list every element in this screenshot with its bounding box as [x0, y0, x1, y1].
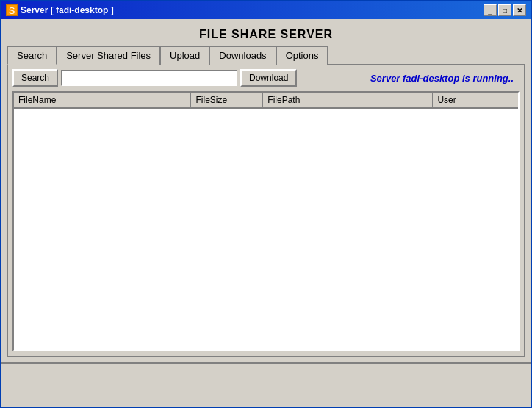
tab-server-shared-files[interactable]: Server Shared Files: [57, 46, 160, 65]
window-icon: S: [6, 4, 18, 16]
tab-bar: Search Server Shared Files Upload Downlo…: [4, 46, 528, 64]
title-buttons: _ □ ✕: [484, 4, 526, 16]
main-window: S Server [ fadi-desktop ] _ □ ✕ FILE SHA…: [0, 0, 532, 408]
maximize-button[interactable]: □: [498, 4, 511, 16]
table-header-row: FileName FileSize FilePath User: [14, 93, 518, 108]
results-table: FileName FileSize FilePath User: [14, 93, 518, 109]
column-filename: FileName: [14, 93, 191, 108]
results-table-container: FileName FileSize FilePath User: [12, 91, 520, 351]
search-bar: Search Download Server fadi-desktop is r…: [12, 69, 520, 87]
tab-search[interactable]: Search: [7, 46, 57, 65]
app-title: FILE SHARE SERVER: [4, 22, 528, 46]
window-title: Server [ fadi-desktop ]: [21, 5, 114, 15]
window-content: FILE SHARE SERVER Search Server Shared F…: [1, 19, 531, 359]
tab-upload[interactable]: Upload: [160, 46, 209, 65]
column-filepath: FilePath: [263, 93, 433, 108]
bottom-bar: [1, 362, 531, 407]
search-button[interactable]: Search: [12, 69, 58, 87]
close-button[interactable]: ✕: [513, 4, 526, 16]
title-bar-left: S Server [ fadi-desktop ]: [6, 4, 114, 16]
download-button[interactable]: Download: [240, 69, 297, 87]
column-user: User: [433, 93, 518, 108]
status-text: Server fadi-desktop is running..: [370, 73, 520, 84]
tab-downloads[interactable]: Downloads: [209, 46, 276, 65]
tab-options[interactable]: Options: [276, 46, 328, 65]
column-filesize: FileSize: [191, 93, 263, 108]
minimize-button[interactable]: _: [484, 4, 497, 16]
search-input[interactable]: [61, 70, 237, 86]
title-bar: S Server [ fadi-desktop ] _ □ ✕: [1, 1, 531, 19]
tab-panel-search: Search Download Server fadi-desktop is r…: [7, 64, 525, 357]
